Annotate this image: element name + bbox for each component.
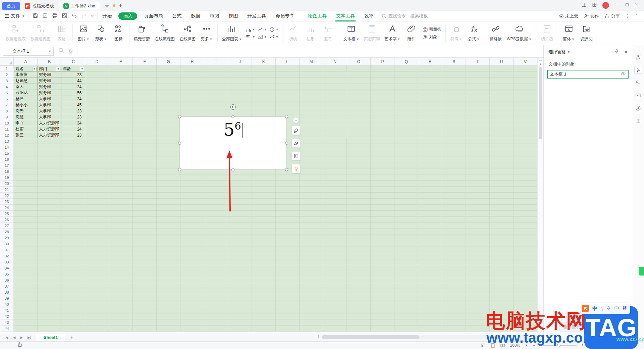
cell-U2[interactable] xyxy=(490,72,514,78)
cell-P24[interactable] xyxy=(371,205,394,211)
cell-F40[interactable] xyxy=(133,301,157,307)
column-header-O[interactable]: O xyxy=(347,58,371,66)
cell-M25[interactable] xyxy=(300,211,323,217)
cell-Q34[interactable] xyxy=(394,265,418,271)
cell-C38[interactable] xyxy=(61,289,85,295)
cell-P34[interactable] xyxy=(371,265,394,271)
column-header-M[interactable]: M xyxy=(300,58,323,66)
cell-C3[interactable]: 44 xyxy=(61,78,85,84)
cell-S29[interactable] xyxy=(442,235,466,241)
cell-E26[interactable] xyxy=(109,217,133,223)
cell-G24[interactable] xyxy=(157,205,180,211)
cell-U20[interactable] xyxy=(490,181,514,187)
cell-C17[interactable] xyxy=(61,162,85,168)
cell-B15[interactable] xyxy=(38,150,61,156)
cell-S4[interactable] xyxy=(442,84,466,90)
cell-F10[interactable] xyxy=(133,120,157,126)
cell-J39[interactable] xyxy=(228,295,252,301)
cell-H28[interactable] xyxy=(180,229,204,235)
cell-T39[interactable] xyxy=(466,295,490,301)
cell-P37[interactable] xyxy=(371,283,394,289)
cell-E4[interactable] xyxy=(109,84,133,90)
cell-F7[interactable] xyxy=(133,102,157,108)
cell-C36[interactable] xyxy=(61,277,85,283)
cell-O3[interactable] xyxy=(347,78,371,84)
ribbon-button-在线脑图[interactable]: 在线脑图 xyxy=(177,23,198,43)
cell-S18[interactable] xyxy=(442,168,466,174)
menu-tab-页面布局[interactable]: 页面布局 xyxy=(139,13,167,19)
cell-Q1[interactable] xyxy=(394,66,418,72)
cell-H37[interactable] xyxy=(180,283,204,289)
cell-K39[interactable] xyxy=(252,295,276,301)
cell-P39[interactable] xyxy=(371,295,394,301)
row-number[interactable]: 43 xyxy=(0,319,14,326)
ime-logo-icon[interactable]: S xyxy=(582,305,589,312)
cell-N26[interactable] xyxy=(323,217,347,223)
cell-V2[interactable] xyxy=(514,72,537,78)
cell-P36[interactable] xyxy=(371,277,394,283)
cell-K20[interactable] xyxy=(252,181,276,187)
cell-M5[interactable] xyxy=(300,90,323,96)
cell-P27[interactable] xyxy=(371,223,394,229)
cell-V32[interactable] xyxy=(514,253,537,259)
cell-E27[interactable] xyxy=(109,223,133,229)
cell-O38[interactable] xyxy=(347,289,371,295)
cell-U7[interactable] xyxy=(490,102,514,108)
cell-R2[interactable] xyxy=(418,72,442,78)
column-header-Q[interactable]: Q xyxy=(394,58,418,66)
cell-E38[interactable] xyxy=(109,289,133,295)
cell-N14[interactable] xyxy=(323,144,347,150)
cell-C42[interactable] xyxy=(61,313,85,319)
row-number[interactable]: 21 xyxy=(0,187,14,193)
more-options-icon[interactable]: ⋮ xyxy=(625,13,630,18)
cell-S35[interactable] xyxy=(442,271,466,277)
next-sheet-icon[interactable]: ▶ xyxy=(20,336,23,339)
cell-F17[interactable] xyxy=(133,162,157,168)
cell-C18[interactable] xyxy=(61,168,85,174)
cell-J6[interactable] xyxy=(228,96,252,102)
cell-A33[interactable] xyxy=(14,259,38,265)
cell-M6[interactable] xyxy=(300,96,323,102)
cell-J24[interactable] xyxy=(228,205,252,211)
ribbon-button-艺术字[interactable]: 艺术字▼ xyxy=(382,23,403,43)
filter-button[interactable]: ▼ xyxy=(56,67,60,71)
cell-S3[interactable] xyxy=(442,78,466,84)
cell-P1[interactable] xyxy=(371,66,394,72)
row-number[interactable]: 11 xyxy=(0,126,14,132)
cell-D6[interactable] xyxy=(85,96,109,102)
cell-D32[interactable] xyxy=(85,253,109,259)
cell-L23[interactable] xyxy=(276,199,300,205)
cell-Q10[interactable] xyxy=(394,120,418,126)
cell-A13[interactable] xyxy=(14,138,38,144)
column-header-T[interactable]: T xyxy=(466,58,490,66)
cell-C9[interactable]: 23 xyxy=(61,114,85,120)
cell-R15[interactable] xyxy=(418,150,442,156)
cell-P3[interactable] xyxy=(371,78,394,84)
cell-C28[interactable] xyxy=(61,229,85,235)
row-number[interactable]: 32 xyxy=(0,253,14,259)
ribbon-button-在线流程图[interactable]: 在线流程图 xyxy=(152,23,177,43)
row-number[interactable]: 30 xyxy=(0,241,14,247)
cell-O16[interactable] xyxy=(347,156,371,162)
cell-H8[interactable] xyxy=(180,108,204,114)
cell-N13[interactable] xyxy=(323,138,347,144)
preview-button[interactable] xyxy=(62,13,67,19)
print-button[interactable] xyxy=(52,13,58,19)
vertical-scrollbar[interactable]: ▲ xyxy=(537,58,543,333)
cell-U21[interactable] xyxy=(490,187,514,193)
floating-widget[interactable] xyxy=(639,267,644,276)
cell-V34[interactable] xyxy=(514,265,537,271)
cell-Q17[interactable] xyxy=(394,162,418,168)
cell-C35[interactable] xyxy=(61,271,85,277)
cell-P10[interactable] xyxy=(371,120,394,126)
cell-R30[interactable] xyxy=(418,241,442,247)
cell-M22[interactable] xyxy=(300,193,323,199)
cell-R22[interactable] xyxy=(418,193,442,199)
hscroll-split-handle[interactable]: ‖ xyxy=(318,335,319,339)
cell-A35[interactable] xyxy=(14,271,38,277)
undo-button[interactable] xyxy=(71,13,77,19)
cell-B44[interactable] xyxy=(38,326,61,332)
vertical-scroll-thumb[interactable] xyxy=(539,67,542,139)
cell-L29[interactable] xyxy=(276,235,300,241)
menu-tab-extra[interactable]: 效率 xyxy=(360,13,378,19)
